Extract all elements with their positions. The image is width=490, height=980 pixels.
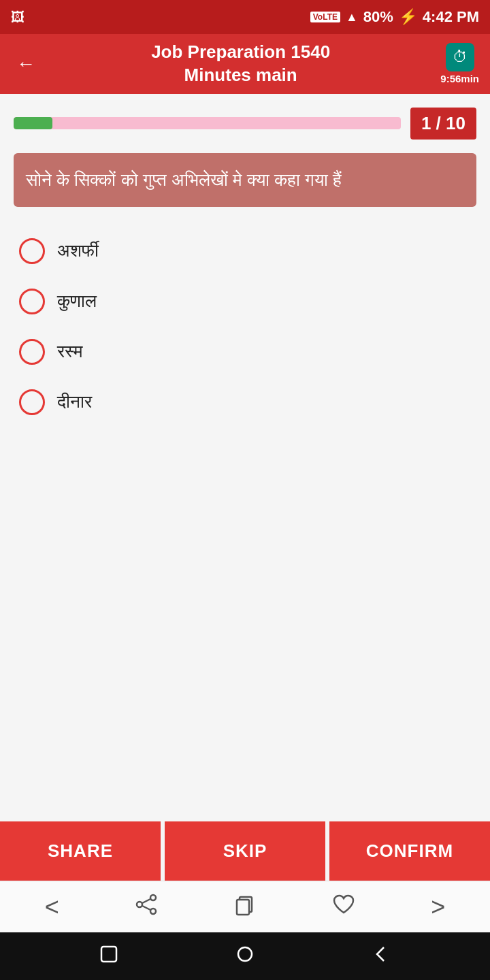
svg-point-1 [137, 902, 142, 907]
radio-b[interactable] [19, 289, 45, 314]
status-left: 🖼 [11, 10, 24, 25]
svg-rect-6 [237, 900, 249, 915]
back-button[interactable]: ← [11, 50, 41, 78]
heart-nav-icon[interactable] [332, 894, 355, 920]
svg-rect-7 [101, 947, 116, 962]
share-nav-icon[interactable] [135, 893, 158, 921]
timer-box: ⏱ 9:56min [440, 43, 479, 84]
skip-button[interactable]: SKIP [165, 821, 325, 881]
system-bar [0, 932, 490, 980]
battery-text: 80% [363, 8, 393, 26]
option-a[interactable]: अशर्फी [14, 227, 476, 275]
progress-bar-fill [14, 117, 52, 129]
copy-nav-icon[interactable] [234, 893, 256, 921]
nav-back-icon[interactable]: < [45, 893, 59, 921]
app-title: Job Preparation 1540 Minutes main [49, 41, 432, 87]
app-bar: ← Job Preparation 1540 Minutes main ⏱ 9:… [0, 34, 490, 94]
question-text: सोने के सिक्कों को गुप्त अभिलेखों मे क्य… [26, 167, 464, 193]
nav-bar: < > [0, 881, 490, 932]
svg-line-3 [142, 899, 150, 903]
battery-icon: ⚡ [399, 8, 417, 26]
svg-point-8 [238, 947, 252, 961]
svg-point-2 [150, 909, 156, 914]
svg-point-0 [150, 895, 156, 900]
status-right: VoLTE ▲ 80% ⚡ 4:42 PM [310, 8, 479, 26]
time-display: 4:42 PM [423, 8, 479, 26]
svg-line-4 [142, 906, 150, 910]
share-button[interactable]: SHARE [0, 821, 161, 881]
radio-c[interactable] [19, 339, 45, 365]
signal-icon: ▲ [346, 10, 358, 24]
nav-forward-icon[interactable]: > [431, 893, 445, 921]
radio-d[interactable] [19, 389, 45, 415]
system-back-icon[interactable] [372, 945, 391, 968]
option-b-label: कुणाल [57, 291, 97, 312]
system-circle-icon[interactable] [235, 945, 255, 968]
timer-value: 9:56min [440, 73, 479, 84]
status-bar: 🖼 VoLTE ▲ 80% ⚡ 4:42 PM [0, 0, 490, 34]
gallery-icon: 🖼 [11, 10, 24, 25]
options-container: अशर्फी कुणाल रस्म दीनार [0, 220, 490, 821]
option-d[interactable]: दीनार [14, 378, 476, 426]
question-box: सोने के सिक्कों को गुप्त अभिलेखों मे क्य… [14, 153, 476, 207]
option-a-label: अशर्फी [57, 240, 99, 261]
option-c[interactable]: रस्म [14, 328, 476, 376]
option-d-label: दीनार [57, 391, 92, 412]
option-b[interactable]: कुणाल [14, 278, 476, 325]
option-c-label: रस्म [57, 341, 82, 362]
confirm-button[interactable]: CONFIRM [329, 821, 490, 881]
progress-bar-container [14, 117, 401, 129]
radio-a[interactable] [19, 238, 45, 264]
progress-section: 1 / 10 [0, 94, 490, 146]
bottom-buttons: SHARE SKIP CONFIRM [0, 821, 490, 881]
volte-badge: VoLTE [310, 12, 340, 22]
timer-icon: ⏱ [446, 43, 474, 71]
progress-counter: 1 / 10 [410, 108, 476, 140]
system-square-icon[interactable] [99, 945, 118, 968]
